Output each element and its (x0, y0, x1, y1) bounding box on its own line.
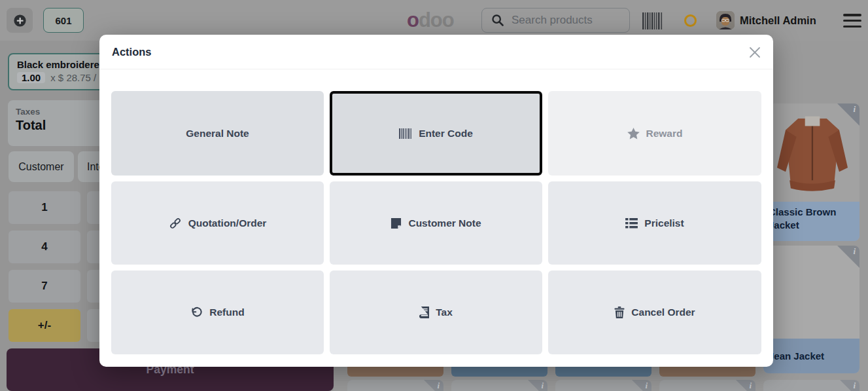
quotation-order-button[interactable]: Quotation/Order (111, 181, 324, 265)
info-fold (837, 103, 859, 126)
product-card-classic-brown-jacket[interactable]: i Classic Brown Jacket (763, 103, 859, 241)
product-name-label: Jean Jacket (763, 339, 859, 373)
order-number-label: 601 (55, 15, 71, 26)
sync-ring-icon[interactable] (684, 14, 697, 27)
barcode-icon[interactable] (642, 12, 663, 29)
product-card[interactable]: i (659, 380, 755, 391)
info-icon[interactable]: i (853, 246, 856, 257)
pos-screen: 601 odoo Mitchell Admin Black embroidere… (0, 0, 868, 391)
reward-button[interactable]: Reward (548, 91, 761, 176)
cancel-order-button[interactable]: Cancel Order (548, 270, 761, 354)
info-fold (837, 246, 859, 268)
modal-title: Actions (112, 46, 152, 58)
user-name[interactable]: Mitchell Admin (740, 8, 816, 33)
search-input[interactable] (512, 14, 621, 27)
info-icon[interactable]: i (645, 381, 648, 391)
undo-arrow-icon (190, 307, 203, 319)
product-card[interactable]: i (347, 380, 443, 391)
info-icon[interactable]: i (541, 381, 544, 391)
product-card[interactable]: i (763, 380, 859, 391)
refund-button[interactable]: Refund (111, 270, 324, 354)
order-number-button[interactable]: 601 (43, 8, 84, 33)
info-icon[interactable]: i (437, 381, 440, 391)
info-icon[interactable]: i (853, 104, 856, 115)
sticky-note-icon (391, 217, 402, 229)
barcode-icon (399, 128, 412, 139)
product-card-jean-jacket[interactable]: i Jean Jacket (763, 246, 859, 373)
numpad-key-1[interactable]: 1 (9, 191, 80, 224)
order-line-quantity-badge: 1.00 (17, 72, 45, 83)
tax-button[interactable]: Tax (330, 270, 542, 354)
info-fold (424, 380, 443, 391)
list-icon (625, 218, 638, 229)
enter-code-button[interactable]: Enter Code (330, 91, 542, 176)
x-close-icon (749, 47, 761, 58)
avatar[interactable] (716, 11, 735, 29)
new-order-button[interactable] (7, 8, 33, 33)
info-fold (632, 380, 651, 391)
numpad-key-4[interactable]: 4 (9, 231, 80, 263)
info-icon[interactable]: i (749, 381, 752, 391)
pricelist-button[interactable]: Pricelist (548, 181, 761, 265)
info-icon[interactable]: i (853, 381, 856, 391)
modal-header: Actions (99, 35, 773, 69)
star-icon (627, 128, 640, 140)
close-button[interactable] (746, 43, 764, 62)
hamburger-menu-icon[interactable] (843, 14, 861, 28)
link-icon (169, 217, 182, 230)
info-fold (736, 380, 755, 391)
numpad-key-plus-minus[interactable]: +/- (9, 309, 80, 342)
search-icon (491, 13, 505, 28)
numpad-key-7[interactable]: 7 (9, 270, 80, 303)
odoo-logo: odoo (407, 7, 454, 33)
general-note-button[interactable]: General Note (111, 91, 324, 176)
customer-note-button[interactable]: Customer Note (330, 181, 542, 265)
customer-button[interactable]: Customer (9, 151, 74, 182)
plus-circle-icon (13, 14, 27, 28)
search-box[interactable] (481, 8, 630, 33)
actions-modal: Actions General Note Enter Code Reward (99, 35, 773, 367)
product-name-label: Classic Brown Jacket (763, 202, 859, 241)
trash-icon (614, 307, 625, 318)
info-fold (840, 380, 859, 391)
info-fold (528, 380, 547, 391)
book-icon (419, 307, 429, 318)
product-card[interactable]: i (451, 380, 547, 391)
product-card[interactable]: i (555, 380, 651, 391)
